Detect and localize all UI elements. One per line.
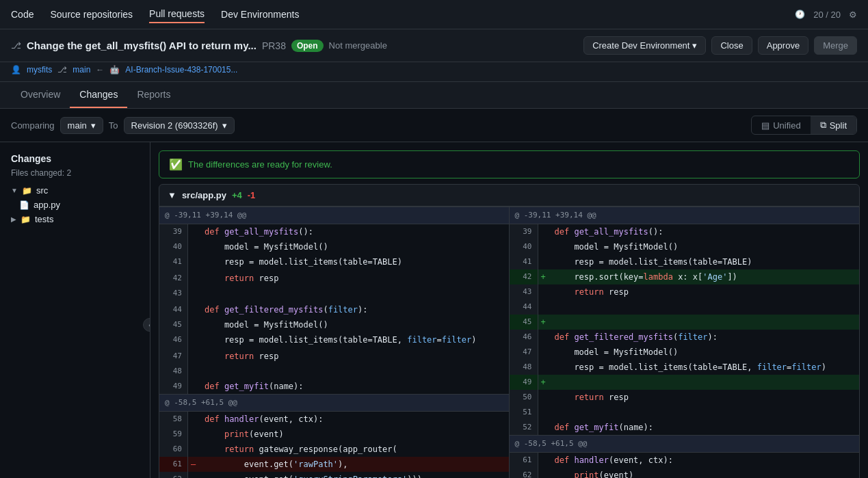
table-row: 44 def get_filtered_mysfits(filter): xyxy=(159,302,509,317)
merge-button: Merge xyxy=(814,36,857,55)
tab-changes[interactable]: Changes xyxy=(70,82,127,108)
table-row: 46 def get_filtered_mysfits(filter): xyxy=(510,330,860,345)
table-row: 48 xyxy=(159,364,509,379)
pr-open-badge: Open xyxy=(291,40,324,52)
split-icon: ⧉ xyxy=(820,120,826,131)
table-row: 51 xyxy=(510,405,860,420)
pr-type-icon: ⎇ xyxy=(11,40,21,51)
folder-name-src: src xyxy=(36,185,48,196)
nav-item-code[interactable]: Code xyxy=(11,6,34,23)
file-icon-app: 📄 xyxy=(19,200,29,210)
table-row: 49 def get_myfit(name): xyxy=(159,379,509,394)
dropdown-icon: ▾ xyxy=(91,120,96,131)
changes-title: Changes xyxy=(5,150,144,167)
table-row: 41 resp = model.list_items(table=TABLE) xyxy=(159,254,509,269)
file-header: ▼ src/app.py +4 -1 xyxy=(159,184,860,207)
dropdown-icon-2: ▾ xyxy=(222,120,227,131)
folder-name-tests: tests xyxy=(35,214,53,224)
user-icon: 👤 xyxy=(11,65,21,75)
unified-view-button[interactable]: ▤ Unified xyxy=(752,116,810,134)
hunk-header-right-1: @ -39,11 +39,14 @@ xyxy=(510,207,860,224)
to-branch-link[interactable]: AI-Branch-Issue-438-170015... xyxy=(125,65,237,75)
comparing-label: Comparing xyxy=(11,120,55,131)
nav-item-pull-requests[interactable]: Pull requests xyxy=(149,5,205,23)
view-toggle: ▤ Unified ⧉ Split xyxy=(751,116,857,135)
table-row: 61 – event.get('rawPath'), xyxy=(159,457,509,472)
table-row: 60 return gateway_response(app_router( xyxy=(159,442,509,457)
diff-area: ✅ The differences are ready for review. … xyxy=(150,142,868,478)
table-row: 50 return resp xyxy=(510,390,860,405)
table-row: 49 + xyxy=(510,375,860,390)
table-row: 40 model = MysfitModel() xyxy=(159,239,509,254)
table-row: 44 xyxy=(510,300,860,315)
from-user-link[interactable]: mysfits xyxy=(27,65,52,75)
chevron-right-icon: ▶ xyxy=(11,215,16,223)
folder-src[interactable]: ▼ 📁 src xyxy=(5,183,144,198)
dropdown-chevron-icon: ▾ xyxy=(692,40,697,51)
table-row: 58 def handler(event, ctx): xyxy=(159,412,509,427)
table-row: 46 resp = model.list_items(table=TABLE, … xyxy=(159,332,509,347)
sub-nav: Overview Changes Reports xyxy=(0,82,868,109)
branch-arrow: ← xyxy=(96,65,104,75)
hunk-header-right-2: @ -58,5 +61,5 @@ xyxy=(510,435,860,453)
table-row: 47 return resp xyxy=(159,349,509,364)
pr-number: PR38 xyxy=(262,40,286,51)
table-row: 43 return resp xyxy=(510,284,860,300)
branch-info: 👤 mysfits ⎇ main ← 🤖 AI-Branch-Issue-438… xyxy=(0,62,868,82)
to-label: To xyxy=(109,120,118,131)
table-row: 43 xyxy=(159,286,509,301)
table-row: 62 event.get('queryStringParameters'))) xyxy=(159,472,509,478)
check-circle-icon: ✅ xyxy=(169,158,183,171)
table-row: 42 + resp.sort(key=lambda x: x['Age']) xyxy=(510,269,860,284)
collapse-icon[interactable]: ▼ xyxy=(168,190,176,200)
settings-icon[interactable]: ⚙ xyxy=(849,10,857,20)
unified-icon: ▤ xyxy=(761,120,770,131)
table-row: 48 resp = model.list_items(table=TABLE, … xyxy=(510,360,860,375)
pr-header: ⎇ Change the get_all_mysfits() API to re… xyxy=(0,29,868,62)
hunk-header-left-2: @ -58,5 +61,5 @@ xyxy=(159,394,509,412)
diff-left-panel: @ -39,11 +39,14 @@ 39 def get_all_mysfit… xyxy=(159,207,510,478)
table-row: 62 print(event) xyxy=(510,468,860,478)
table-row: 42 return resp xyxy=(159,271,509,286)
file-name-app-py: app.py xyxy=(34,200,60,210)
to-revision-select[interactable]: Revision 2 (6903326f) ▾ xyxy=(124,117,235,134)
table-row: 61 def handler(event, ctx): xyxy=(510,453,860,468)
table-row: 45 model = MysfitModel() xyxy=(159,317,509,332)
table-row: 39 def get_all_mysfits(): xyxy=(510,224,860,239)
table-row: 47 model = MysfitModel() xyxy=(510,345,860,360)
from-branch-link[interactable]: main xyxy=(73,65,90,75)
hunk-header-left-1: @ -39,11 +39,14 @@ xyxy=(159,207,509,224)
create-dev-environment-button[interactable]: Create Dev Environment ▾ xyxy=(583,36,706,55)
table-row: 52 def get_myfit(name): xyxy=(510,420,860,435)
chevron-down-icon: ▼ xyxy=(11,187,18,194)
pr-title: Change the get_all_mysfits() API to retu… xyxy=(27,40,257,51)
folder-icon-tests: 📁 xyxy=(21,215,31,224)
folder-tests[interactable]: ▶ 📁 tests xyxy=(5,212,144,226)
branch-icon: ⎇ xyxy=(57,65,67,75)
from-branch-select[interactable]: main ▾ xyxy=(60,117,103,134)
approve-button[interactable]: Approve xyxy=(758,36,808,55)
main-content: Changes Files changed: 2 ▼ 📁 src 📄 app.p… xyxy=(0,142,868,478)
pr-not-mergeable: Not mergeable xyxy=(329,40,387,51)
diff-right-panel: @ -39,11 +39,14 @@ 39 def get_all_mysfit… xyxy=(510,207,860,478)
sidebar-collapse-button[interactable]: ‹ xyxy=(143,318,150,332)
table-row: 39 def get_all_mysfits(): xyxy=(159,224,509,239)
files-changed-subtitle: Files changed: 2 xyxy=(5,167,144,183)
split-view-button[interactable]: ⧉ Split xyxy=(811,116,856,134)
table-row: 59 print(event) xyxy=(159,427,509,442)
top-nav: Code Source repositories Pull requests D… xyxy=(0,0,868,29)
success-message: The differences are ready for review. xyxy=(188,159,332,170)
file-path: src/app.py xyxy=(182,190,226,200)
pr-counter: 20 / 20 xyxy=(813,10,841,20)
nav-item-source-repos[interactable]: Source repositories xyxy=(50,6,133,23)
ai-icon: 🤖 xyxy=(109,65,120,75)
file-sidebar: Changes Files changed: 2 ▼ 📁 src 📄 app.p… xyxy=(0,142,150,478)
deletions-count: -1 xyxy=(248,190,256,200)
nav-item-dev-environments[interactable]: Dev Environments xyxy=(221,6,299,23)
file-app-py[interactable]: 📄 app.py xyxy=(5,198,144,212)
close-button[interactable]: Close xyxy=(711,36,752,55)
table-row: 40 model = MysfitModel() xyxy=(510,239,860,254)
tab-reports[interactable]: Reports xyxy=(127,82,180,108)
tab-overview[interactable]: Overview xyxy=(11,82,70,108)
table-row: 45 + xyxy=(510,315,860,330)
